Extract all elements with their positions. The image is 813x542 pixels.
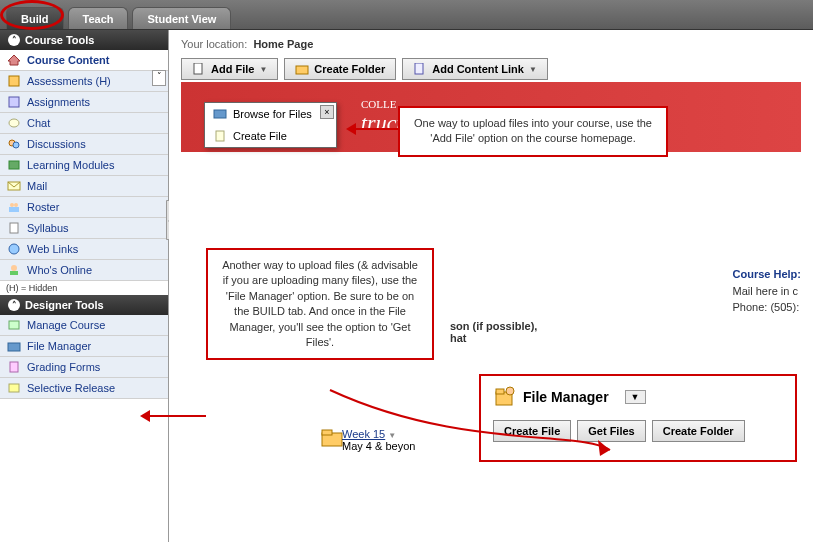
- svg-point-13: [11, 265, 17, 271]
- arrow-head-icon: [346, 123, 356, 135]
- home-icon: [6, 53, 22, 67]
- chevron-down-icon: ▼: [259, 65, 267, 74]
- sidebar-item-grading-forms[interactable]: Grading Forms: [0, 357, 168, 378]
- svg-rect-10: [9, 207, 19, 212]
- callout-file-manager-tip: Another way to upload files (& advisable…: [206, 248, 434, 360]
- partial-text-line2: hat: [450, 332, 467, 344]
- sidebar-item-label: Course Content: [27, 54, 110, 66]
- file-manager-menu-toggle[interactable]: ▼: [625, 390, 646, 404]
- svg-rect-11: [10, 223, 18, 233]
- globe-icon: [6, 242, 22, 256]
- svg-rect-17: [10, 362, 18, 372]
- svg-point-9: [14, 203, 18, 207]
- file-icon: [192, 63, 206, 75]
- sidebar-item-discussions[interactable]: Discussions: [0, 134, 168, 155]
- sidebar-item-whos-online[interactable]: Who's Online: [0, 260, 168, 281]
- book-icon: [6, 158, 22, 172]
- svg-rect-26: [322, 430, 332, 435]
- collapse-icon: ˄: [8, 34, 20, 46]
- add-content-link-button[interactable]: Add Content Link ▼: [402, 58, 548, 80]
- sidebar-item-label: Assessments (H): [27, 75, 111, 87]
- chat-icon: [6, 116, 22, 130]
- svg-rect-16: [8, 343, 20, 351]
- dropdown-item-label: Browse for Files: [233, 108, 312, 120]
- svg-point-5: [13, 142, 19, 148]
- file-manager-icon: [493, 386, 515, 408]
- designer-tools-header[interactable]: ˄ Designer Tools: [0, 295, 168, 315]
- breadcrumb-prefix: Your location:: [181, 38, 247, 50]
- collapse-icon: ˄: [8, 299, 20, 311]
- sidebar-item-web-links[interactable]: Web Links: [0, 239, 168, 260]
- sidebar-item-label: Assignments: [27, 96, 90, 108]
- sidebar-item-label: Roster: [27, 201, 59, 213]
- release-icon: [6, 381, 22, 395]
- sidebar-item-mail[interactable]: Mail: [0, 176, 168, 197]
- dropdown-create-file[interactable]: Create File: [205, 125, 336, 147]
- create-folder-button[interactable]: Create Folder: [284, 58, 396, 80]
- dropdown-item-label: Create File: [233, 130, 287, 142]
- dropdown-browse-for-files[interactable]: Browse for Files: [205, 103, 336, 125]
- sidebar-item-learning-modules[interactable]: Learning Modules: [0, 155, 168, 176]
- course-help-label: Course Help:: [733, 268, 801, 280]
- arrow-line: [148, 415, 206, 417]
- sidebar-item-assignments[interactable]: Assignments: [0, 92, 168, 113]
- tab-student-view[interactable]: Student View: [132, 7, 231, 29]
- partial-text-line1: son (if possible),: [450, 320, 537, 332]
- sidebar-item-label: Mail: [27, 180, 47, 192]
- sidebar-item-file-manager[interactable]: File Manager: [0, 336, 168, 357]
- week-date: May 4 & beyon: [342, 440, 415, 452]
- designer-tools-label: Designer Tools: [25, 299, 104, 311]
- discussion-icon: [6, 137, 22, 151]
- svg-marker-0: [8, 55, 20, 65]
- course-tools-header[interactable]: ˄ Course Tools: [0, 30, 168, 50]
- sidebar-item-roster[interactable]: Roster: [0, 197, 168, 218]
- course-tools-label: Course Tools: [25, 34, 94, 46]
- sidebar-item-manage-course[interactable]: Manage Course: [0, 315, 168, 336]
- svg-rect-2: [9, 97, 19, 107]
- fm-create-folder-button[interactable]: Create Folder: [652, 420, 745, 442]
- close-icon[interactable]: ×: [320, 105, 334, 119]
- link-icon: [413, 63, 427, 75]
- callout-add-file-tip: One way to upload files into your course…: [398, 106, 668, 157]
- syllabus-icon: [6, 221, 22, 235]
- sidebar-item-syllabus[interactable]: Syllabus: [0, 218, 168, 239]
- week-link[interactable]: Week 15: [342, 428, 385, 440]
- online-icon: [6, 263, 22, 277]
- folder-icon: [320, 428, 334, 440]
- fm-get-files-button[interactable]: Get Files: [577, 420, 645, 442]
- grading-icon: [6, 360, 22, 374]
- create-file-icon: [213, 130, 227, 142]
- assessment-icon: [6, 74, 22, 88]
- breadcrumb: Your location: Home Page: [181, 38, 801, 50]
- svg-point-8: [10, 203, 14, 207]
- tab-teach[interactable]: Teach: [68, 7, 129, 29]
- sidebar-item-selective-release[interactable]: Selective Release: [0, 378, 168, 399]
- course-help-mail: Mail here in c: [733, 285, 798, 297]
- sidebar-item-chat[interactable]: Chat: [0, 113, 168, 134]
- roster-icon: [6, 200, 22, 214]
- assignment-icon: [6, 95, 22, 109]
- banner-fragment-1: COLLE: [361, 98, 396, 110]
- svg-rect-15: [9, 321, 19, 329]
- course-content-expand-toggle[interactable]: ˅: [152, 70, 166, 86]
- sidebar-item-label: Grading Forms: [27, 361, 100, 373]
- fm-create-file-button[interactable]: Create File: [493, 420, 571, 442]
- add-file-button[interactable]: Add File ▼: [181, 58, 278, 80]
- chevron-down-icon[interactable]: ▼: [388, 431, 396, 440]
- svg-rect-23: [216, 131, 224, 141]
- svg-rect-20: [296, 66, 308, 74]
- sidebar-item-assessments[interactable]: Assessments (H): [0, 71, 168, 92]
- sidebar-item-label: Manage Course: [27, 319, 105, 331]
- sidebar-item-label: Learning Modules: [27, 159, 114, 171]
- svg-rect-19: [194, 63, 202, 74]
- svg-rect-1: [9, 76, 19, 86]
- sidebar-item-label: Syllabus: [27, 222, 69, 234]
- sidebar-item-label: Selective Release: [27, 382, 115, 394]
- folder-icon: [295, 63, 309, 75]
- partial-text-block: son (if possible), hat: [450, 320, 537, 344]
- tab-build[interactable]: Build: [6, 7, 64, 29]
- breadcrumb-page: Home Page: [253, 38, 313, 50]
- chevron-down-icon: ▼: [529, 65, 537, 74]
- sidebar-item-course-content[interactable]: Course Content: [0, 50, 168, 71]
- file-manager-actions: Create File Get Files Create Folder: [493, 420, 783, 442]
